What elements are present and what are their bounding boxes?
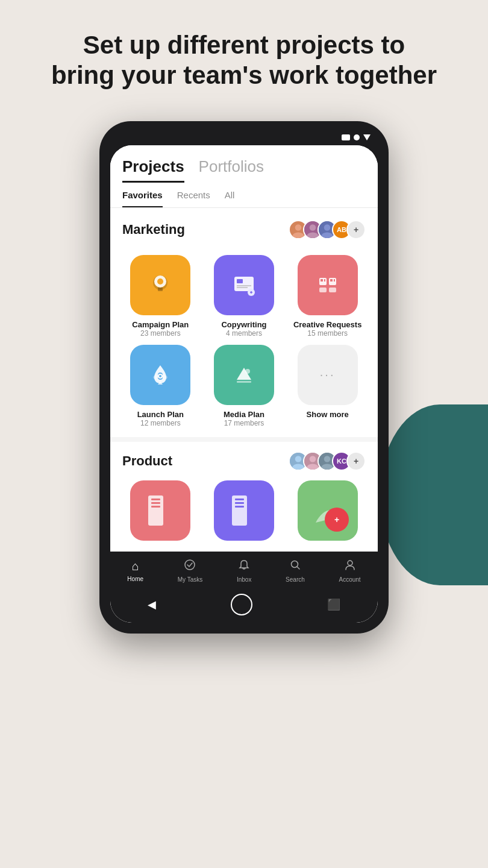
project-media-plan[interactable]: Media Plan 17 members [206, 345, 283, 427]
product-title: Product [122, 453, 172, 469]
svg-point-56 [185, 560, 195, 570]
show-more-dots: ··· [320, 368, 336, 382]
creative-requests-name: Creative Requests [293, 320, 361, 329]
android-square-btn[interactable]: ⬛ [327, 598, 340, 611]
phone-device: Projects Portfolios Favorites Recents Al… [99, 121, 389, 634]
home-icon: ⌂ [132, 559, 139, 573]
svg-rect-48 [151, 502, 160, 504]
marketing-title: Marketing [122, 222, 185, 237]
show-more-item[interactable]: ··· Show more [289, 345, 366, 427]
marketing-avatars: AB + [289, 220, 366, 239]
marketing-section-header: Marketing [110, 208, 378, 255]
svg-point-44 [324, 456, 331, 462]
campaign-plan-members: 23 members [140, 329, 181, 338]
subtab-favorites[interactable]: Favorites [122, 190, 163, 207]
creative-requests-members: 15 members [307, 329, 348, 338]
svg-point-33 [159, 375, 161, 377]
project-copywriting[interactable]: Copywriting 4 members [206, 255, 283, 338]
hero-heading: Set up different projects to bring your … [0, 0, 488, 109]
svg-point-38 [295, 456, 302, 462]
app-header: Projects Portfolios [110, 145, 378, 183]
svg-point-2 [295, 224, 302, 231]
android-nav-bar: ◀ ⬛ [110, 588, 378, 623]
svg-line-58 [297, 567, 299, 569]
bell-icon [238, 559, 250, 574]
search-icon [289, 559, 301, 574]
svg-point-41 [310, 456, 316, 462]
teal-decoration [380, 404, 488, 585]
product-avatar-plus: + [346, 451, 366, 471]
svg-rect-36 [237, 381, 251, 383]
bottom-nav: ⌂ Home My Tasks [110, 552, 378, 588]
nav-account[interactable]: Account [339, 559, 361, 583]
copywriting-members: 4 members [226, 329, 262, 338]
product-projects-grid: + [122, 480, 366, 546]
svg-point-35 [245, 369, 250, 374]
campaign-plan-icon [130, 255, 190, 315]
show-more-label: Show more [307, 410, 349, 419]
product-project-1[interactable] [122, 480, 199, 546]
svg-point-59 [348, 561, 352, 565]
person-icon [344, 559, 356, 574]
svg-text:+: + [334, 515, 339, 524]
sub-tabs: Favorites Recents All [110, 183, 378, 208]
status-battery-icon [363, 134, 371, 140]
svg-rect-53 [235, 506, 244, 508]
svg-point-5 [310, 224, 316, 231]
nav-account-label: Account [339, 576, 361, 583]
svg-rect-28 [334, 279, 335, 281]
svg-rect-13 [158, 288, 163, 291]
app-content: Projects Portfolios Favorites Recents Al… [110, 145, 378, 623]
android-home-btn[interactable] [231, 594, 252, 615]
phone-screen: Projects Portfolios Favorites Recents Al… [110, 145, 378, 623]
nav-my-tasks[interactable]: My Tasks [178, 559, 203, 583]
launch-plan-members: 12 members [140, 419, 181, 427]
product-project-2[interactable] [206, 480, 283, 546]
svg-point-8 [324, 224, 331, 231]
svg-rect-21 [319, 278, 327, 285]
product-section: Product [110, 437, 378, 552]
project-campaign-plan[interactable]: Campaign Plan 23 members [122, 255, 199, 338]
svg-rect-49 [151, 506, 160, 508]
copywriting-icon [214, 255, 274, 315]
launch-plan-icon [130, 345, 190, 405]
svg-rect-22 [329, 278, 336, 285]
status-bar [110, 132, 378, 145]
show-more-icon: ··· [298, 345, 358, 405]
android-back-btn[interactable]: ◀ [148, 598, 156, 611]
tab-portfolios[interactable]: Portfolios [199, 157, 264, 183]
nav-inbox-label: Inbox [237, 576, 251, 583]
svg-rect-24 [329, 288, 336, 292]
launch-plan-name: Launch Plan [137, 410, 184, 419]
product-icon-1 [130, 480, 190, 541]
svg-rect-23 [319, 288, 327, 292]
product-icon-3: + [298, 480, 358, 541]
project-creative-requests[interactable]: Creative Requests 15 members [289, 255, 366, 338]
subtab-recents[interactable]: Recents [177, 190, 210, 207]
product-avatars: KC + [289, 451, 366, 471]
media-plan-members: 17 members [224, 419, 264, 427]
svg-rect-25 [321, 279, 323, 281]
svg-rect-27 [330, 279, 333, 281]
nav-tasks-label: My Tasks [178, 576, 203, 583]
product-project-3[interactable]: + [289, 480, 366, 546]
subtab-all[interactable]: All [225, 190, 235, 207]
svg-point-12 [157, 278, 163, 285]
avatar-plus: + [346, 220, 366, 239]
svg-rect-47 [151, 498, 160, 500]
media-plan-icon [214, 345, 274, 405]
nav-inbox[interactable]: Inbox [237, 559, 251, 583]
tab-projects[interactable]: Projects [122, 157, 184, 183]
creative-requests-icon [298, 255, 358, 315]
nav-home[interactable]: ⌂ Home [127, 559, 143, 582]
campaign-plan-name: Campaign Plan [132, 320, 189, 329]
svg-rect-15 [237, 279, 243, 283]
header-tabs: Projects Portfolios [122, 157, 366, 183]
nav-search[interactable]: Search [286, 559, 305, 583]
svg-rect-51 [235, 498, 244, 500]
nav-search-label: Search [286, 576, 305, 583]
media-plan-name: Media Plan [224, 410, 264, 419]
project-launch-plan[interactable]: Launch Plan 12 members [122, 345, 199, 427]
product-icon-2 [214, 480, 274, 541]
check-circle-icon [184, 559, 196, 574]
